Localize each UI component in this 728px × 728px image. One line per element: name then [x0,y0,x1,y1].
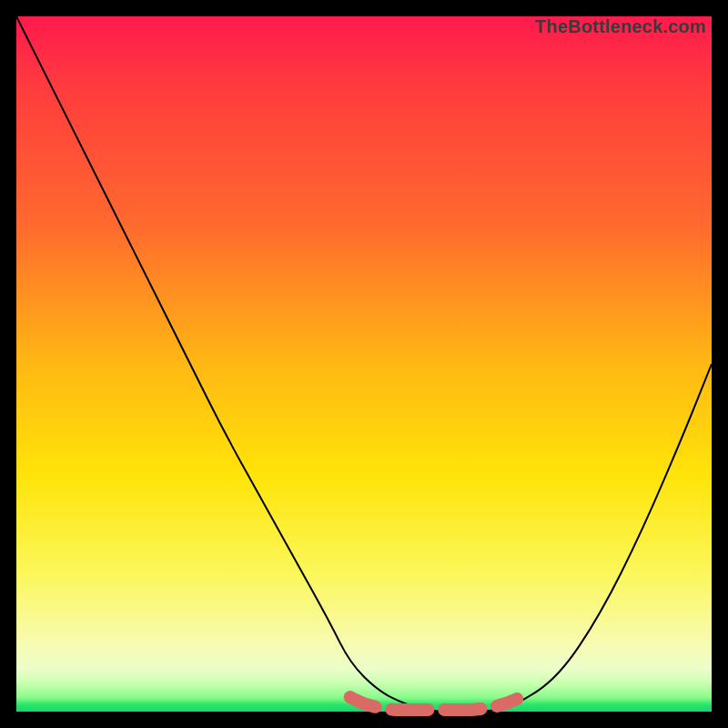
chart-stage: TheBottleneck.com [0,0,728,728]
chart-plot-area: TheBottleneck.com [16,16,712,712]
bottleneck-curve [16,16,712,712]
chart-svg [16,16,712,712]
optimal-flat-marker [350,697,517,710]
